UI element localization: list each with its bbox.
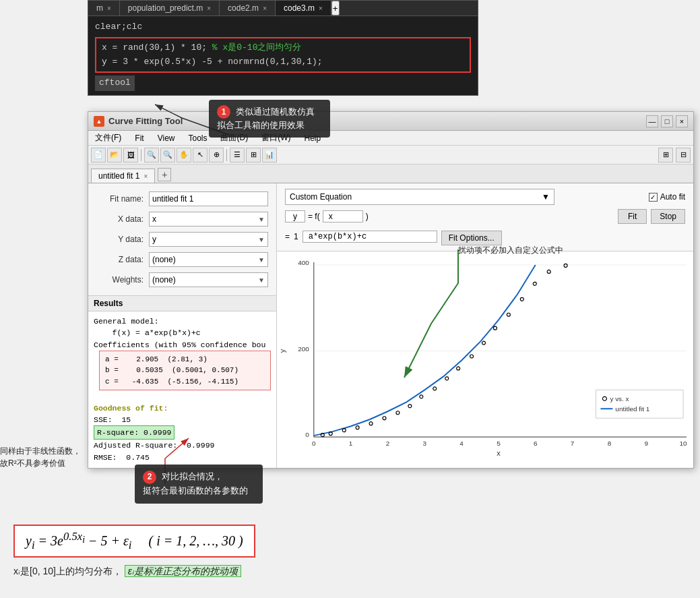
toolbar-img-btn[interactable]: 🖼: [123, 148, 138, 162]
cft-titlebar: ▲ Curve Fitting Tool — □ ×: [88, 112, 693, 131]
menu-file[interactable]: 文件(F): [91, 132, 125, 144]
toolbar-layout-btn[interactable]: ⊞: [658, 148, 673, 162]
weights-select[interactable]: (none) ▼: [149, 272, 268, 287]
add-tab-button[interactable]: +: [331, 1, 340, 16]
chevron-down-icon: ▼: [258, 216, 265, 223]
close-paren: ): [366, 212, 369, 221]
editor-tab-m[interactable]: m ×: [88, 1, 120, 16]
toolbar-sep-2: [226, 149, 227, 161]
x-data-select[interactable]: x ▼: [149, 212, 268, 227]
y-data-select[interactable]: y ▼: [149, 232, 268, 247]
results-content[interactable]: General model: f(x) = a*exp(b*x)+c Coeff…: [88, 311, 276, 468]
equation-type-dropdown[interactable]: Custom Equation ▼: [285, 189, 554, 205]
menu-tools[interactable]: Tools: [184, 133, 211, 143]
coeff-b-row: b = 0.5035 (0.5001, 0.507): [105, 365, 265, 376]
fit-tab-add-button[interactable]: +: [158, 168, 171, 181]
svg-text:200: 200: [298, 345, 309, 353]
svg-text:8: 8: [608, 440, 612, 447]
tab-label: population_predict.m: [128, 3, 203, 13]
goodness-label: Goodness of fit:: [94, 404, 168, 413]
cft-toolbar: 📄 📂 🖼 🔍 🔍 ✋ ↖ ⊕ ☰ ⊞ 📊 ⊞ ⊟: [88, 146, 693, 165]
svg-text:7: 7: [571, 440, 575, 447]
fit-tab-untitled[interactable]: untitled fit 1 ×: [91, 169, 155, 183]
eq-one: 1: [294, 232, 298, 241]
coeff-b-value: 0.5035: [136, 366, 163, 374]
z-data-select[interactable]: (none) ▼: [149, 252, 268, 267]
fit-button[interactable]: Fit: [618, 209, 647, 224]
rsquare-label: R-square:: [97, 428, 139, 437]
editor-tab-code3[interactable]: code3.m ×: [276, 1, 331, 16]
formula-note-label: 扰动项不必加入自定义公式中: [458, 245, 563, 256]
close-icon[interactable]: ×: [107, 5, 111, 12]
equation-formula-row: = 1 a*exp(b*x)+c Fit Options...: [285, 228, 685, 245]
toolbar-right: ⊞ ⊟: [658, 148, 691, 162]
x-data-row: X data: x ▼: [96, 212, 268, 227]
toolbar-legend-btn[interactable]: ☰: [230, 148, 245, 162]
menu-view[interactable]: View: [154, 133, 179, 143]
fit-tab-close-icon[interactable]: ×: [144, 173, 148, 180]
toolbar-datacursor-btn[interactable]: ⊕: [209, 148, 224, 162]
close-icon[interactable]: ×: [263, 5, 267, 12]
cft-menubar: 文件(F) Fit View Tools 曲面(D) 窗口(W) Help: [88, 131, 693, 146]
sse-value: 15: [121, 415, 131, 424]
minimize-button[interactable]: —: [646, 115, 658, 127]
rsquare-box: R-square: 0.9999: [94, 425, 174, 440]
toolbar-layout2-btn[interactable]: ⊟: [676, 148, 691, 162]
svg-text:y vs. x: y vs. x: [610, 395, 629, 402]
fit-name-input[interactable]: [149, 191, 268, 206]
menu-fit[interactable]: Fit: [131, 133, 148, 143]
y-data-label: Y data:: [96, 235, 144, 244]
svg-text:0: 0: [312, 440, 316, 447]
stop-button[interactable]: Stop: [651, 209, 685, 224]
fit-tab-label: untitled fit 1: [98, 171, 139, 181]
y-data-value: y: [152, 235, 156, 244]
close-button[interactable]: ×: [676, 115, 688, 127]
close-icon[interactable]: ×: [319, 5, 323, 12]
svg-rect-40: [596, 390, 683, 418]
coeff-a-row: a = 2.905 (2.81, 3): [105, 354, 265, 365]
editor-tabs: m × population_predict.m × code2.m × cod…: [88, 1, 478, 16]
toolbar-zoom-out-btn[interactable]: 🔍: [160, 148, 175, 162]
equation-panel: Custom Equation ▼ ✓ Auto fit y = f( x ): [277, 183, 693, 251]
toolbar-new-btn[interactable]: 📄: [91, 148, 106, 162]
toolbar-open-btn[interactable]: 📂: [107, 148, 122, 162]
z-data-row: Z data: (none) ▼: [96, 252, 268, 267]
toolbar-sep-1: [141, 149, 141, 161]
z-data-value: (none): [152, 255, 176, 264]
svg-text:x: x: [497, 449, 501, 457]
y-variable-box: y: [285, 210, 305, 222]
editor-tab-code2[interactable]: code2.m ×: [220, 1, 276, 16]
formula-display: yi = 3e0.5xi − 5 + εi ( i = 1, 2, …, 30 …: [13, 525, 255, 558]
toolbar-cursor-btn[interactable]: ↖: [193, 148, 208, 162]
svg-text:3: 3: [423, 440, 427, 447]
annotation-1: 1 类似通过随机数仿真拟合工具箱的使用效果: [209, 100, 330, 138]
toolbar-zoom-in-btn[interactable]: 🔍: [144, 148, 159, 162]
formula-input[interactable]: a*exp(b*x)+c: [303, 231, 437, 243]
code-editor: m × population_predict.m × code2.m × cod…: [88, 0, 478, 96]
toolbar-pan-btn[interactable]: ✋: [177, 148, 191, 162]
maximize-button[interactable]: □: [661, 115, 673, 127]
chart-svg: 400 200 0 0 1 2 3 4 5 6 7 8 9: [277, 251, 693, 468]
sse-label: SSE:: [94, 415, 113, 424]
tab-label: m: [96, 3, 103, 13]
toolbar-grid-btn[interactable]: ⊞: [246, 148, 261, 162]
coeff-b-ci: (0.5001, 0.507): [172, 366, 238, 374]
svg-text:y: y: [278, 349, 286, 353]
code-cftool: cftool: [95, 76, 135, 91]
annotation-2-number: 2: [143, 471, 156, 484]
fit-options-button[interactable]: Fit Options...: [441, 231, 502, 245]
editor-tab-population[interactable]: population_predict.m ×: [120, 1, 220, 16]
general-model-formula: f(x) = a*exp(b*x)+c: [113, 328, 201, 337]
fit-name-row: Fit name:: [96, 191, 268, 206]
svg-text:10: 10: [680, 440, 688, 447]
form-section: Fit name: X data: x ▼ Y data: y ▼: [88, 183, 276, 295]
x-variable-box[interactable]: x: [323, 210, 363, 222]
curve-fitting-tool-window: ▲ Curve Fitting Tool — □ × 文件(F) Fit Vie…: [88, 111, 694, 469]
z-data-label: Z data:: [96, 255, 144, 264]
cft-title-label: Curve Fitting Tool: [108, 116, 183, 126]
toolbar-axes-btn[interactable]: 📊: [262, 148, 277, 162]
close-icon[interactable]: ×: [207, 5, 211, 12]
svg-text:untitled fit 1: untitled fit 1: [615, 405, 649, 413]
auto-fit-checkbox[interactable]: ✓: [649, 193, 658, 202]
left-annotation: 同样由于非线性函数，故R²不具参考价值: [0, 445, 86, 469]
